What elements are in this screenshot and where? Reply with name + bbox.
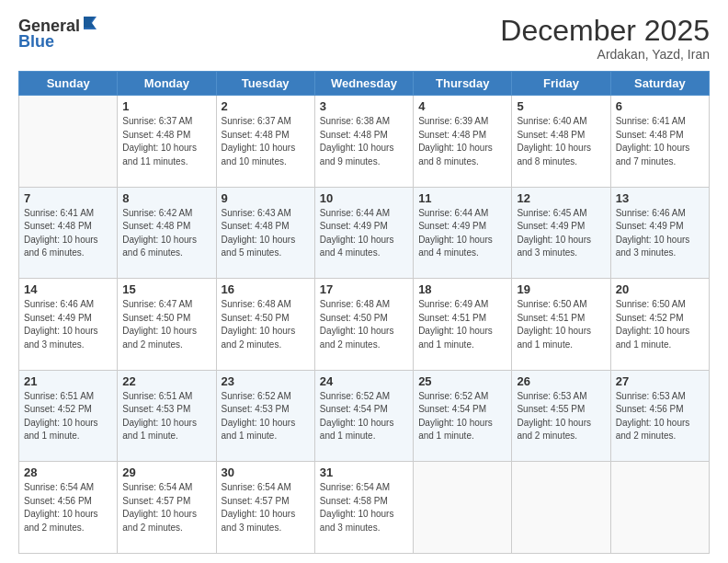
day-info: Sunrise: 6:53 AMSunset: 4:55 PMDaylight:… — [517, 390, 605, 443]
day-header-wednesday: Wednesday — [314, 72, 413, 96]
calendar-cell: 8Sunrise: 6:42 AMSunset: 4:48 PMDaylight… — [118, 187, 216, 279]
calendar-cell: 5Sunrise: 6:40 AMSunset: 4:48 PMDaylight… — [512, 96, 610, 188]
day-info: Sunrise: 6:48 AMSunset: 4:50 PMDaylight:… — [222, 298, 310, 351]
day-number: 6 — [616, 99, 704, 113]
calendar-cell: 11Sunrise: 6:44 AMSunset: 4:49 PMDayligh… — [414, 187, 512, 279]
day-number: 8 — [122, 191, 210, 205]
day-info: Sunrise: 6:48 AMSunset: 4:50 PMDaylight:… — [320, 298, 408, 351]
calendar-cell: 22Sunrise: 6:51 AMSunset: 4:53 PMDayligh… — [118, 370, 216, 462]
day-number: 31 — [320, 465, 408, 479]
calendar-cell: 26Sunrise: 6:53 AMSunset: 4:55 PMDayligh… — [512, 370, 610, 462]
day-info: Sunrise: 6:52 AMSunset: 4:54 PMDaylight:… — [418, 390, 506, 443]
day-number: 5 — [517, 99, 605, 113]
day-info: Sunrise: 6:47 AMSunset: 4:50 PMDaylight:… — [122, 298, 210, 351]
calendar-week-row: 1Sunrise: 6:37 AMSunset: 4:48 PMDaylight… — [19, 96, 710, 188]
calendar-header-row: SundayMondayTuesdayWednesdayThursdayFrid… — [19, 72, 710, 96]
day-number: 27 — [616, 374, 704, 388]
calendar-cell: 12Sunrise: 6:45 AMSunset: 4:49 PMDayligh… — [512, 187, 610, 279]
calendar-cell — [19, 96, 118, 188]
svg-marker-1 — [84, 17, 95, 28]
calendar-cell: 27Sunrise: 6:53 AMSunset: 4:56 PMDayligh… — [610, 370, 709, 462]
day-number: 17 — [320, 282, 408, 296]
calendar-cell: 2Sunrise: 6:37 AMSunset: 4:48 PMDaylight… — [216, 96, 314, 188]
day-info: Sunrise: 6:38 AMSunset: 4:48 PMDaylight:… — [320, 115, 408, 168]
calendar-cell: 3Sunrise: 6:38 AMSunset: 4:48 PMDaylight… — [314, 96, 413, 188]
day-number: 14 — [24, 282, 112, 296]
day-number: 23 — [222, 374, 310, 388]
day-header-thursday: Thursday — [414, 72, 512, 96]
calendar-cell: 18Sunrise: 6:49 AMSunset: 4:51 PMDayligh… — [414, 279, 512, 371]
month-title: December 2025 — [500, 15, 710, 47]
day-info: Sunrise: 6:49 AMSunset: 4:51 PMDaylight:… — [418, 298, 506, 351]
header: General Blue December 2025 Ardakan, Yazd… — [18, 15, 710, 62]
calendar-cell: 23Sunrise: 6:52 AMSunset: 4:53 PMDayligh… — [216, 370, 314, 462]
calendar-cell: 24Sunrise: 6:52 AMSunset: 4:54 PMDayligh… — [314, 370, 413, 462]
day-info: Sunrise: 6:54 AMSunset: 4:57 PMDaylight:… — [222, 481, 310, 534]
calendar-cell: 30Sunrise: 6:54 AMSunset: 4:57 PMDayligh… — [216, 462, 314, 554]
day-number: 16 — [222, 282, 310, 296]
day-number: 10 — [320, 191, 408, 205]
calendar-week-row: 28Sunrise: 6:54 AMSunset: 4:56 PMDayligh… — [19, 462, 710, 554]
day-info: Sunrise: 6:41 AMSunset: 4:48 PMDaylight:… — [24, 207, 112, 260]
day-number: 12 — [517, 191, 605, 205]
day-number: 20 — [616, 282, 704, 296]
day-info: Sunrise: 6:54 AMSunset: 4:58 PMDaylight:… — [320, 481, 408, 534]
day-info: Sunrise: 6:37 AMSunset: 4:48 PMDaylight:… — [122, 115, 210, 168]
day-number: 11 — [418, 191, 506, 205]
day-info: Sunrise: 6:50 AMSunset: 4:52 PMDaylight:… — [616, 298, 704, 351]
calendar-cell: 19Sunrise: 6:50 AMSunset: 4:51 PMDayligh… — [512, 279, 610, 371]
logo: General Blue — [18, 15, 98, 52]
calendar-cell: 7Sunrise: 6:41 AMSunset: 4:48 PMDaylight… — [19, 187, 118, 279]
day-number: 13 — [616, 191, 704, 205]
day-info: Sunrise: 6:44 AMSunset: 4:49 PMDaylight:… — [320, 207, 408, 260]
calendar-cell: 31Sunrise: 6:54 AMSunset: 4:58 PMDayligh… — [314, 462, 413, 554]
page: General Blue December 2025 Ardakan, Yazd… — [0, 0, 728, 563]
location: Ardakan, Yazd, Iran — [500, 47, 710, 62]
calendar-week-row: 7Sunrise: 6:41 AMSunset: 4:48 PMDaylight… — [19, 187, 710, 279]
day-info: Sunrise: 6:54 AMSunset: 4:57 PMDaylight:… — [122, 481, 210, 534]
day-number: 18 — [418, 282, 506, 296]
calendar-cell — [414, 462, 512, 554]
day-info: Sunrise: 6:51 AMSunset: 4:53 PMDaylight:… — [122, 390, 210, 443]
day-number: 22 — [122, 374, 210, 388]
calendar-cell: 21Sunrise: 6:51 AMSunset: 4:52 PMDayligh… — [19, 370, 118, 462]
calendar-cell: 10Sunrise: 6:44 AMSunset: 4:49 PMDayligh… — [314, 187, 413, 279]
calendar-cell: 16Sunrise: 6:48 AMSunset: 4:50 PMDayligh… — [216, 279, 314, 371]
day-header-saturday: Saturday — [610, 72, 709, 96]
title-block: December 2025 Ardakan, Yazd, Iran — [500, 15, 710, 62]
day-number: 19 — [517, 282, 605, 296]
day-number: 2 — [222, 99, 310, 113]
logo-flag-icon — [82, 15, 98, 31]
day-info: Sunrise: 6:42 AMSunset: 4:48 PMDaylight:… — [122, 207, 210, 260]
calendar-cell: 15Sunrise: 6:47 AMSunset: 4:50 PMDayligh… — [118, 279, 216, 371]
calendar-table: SundayMondayTuesdayWednesdayThursdayFrid… — [18, 71, 710, 554]
calendar-cell: 20Sunrise: 6:50 AMSunset: 4:52 PMDayligh… — [610, 279, 709, 371]
day-header-tuesday: Tuesday — [216, 72, 314, 96]
calendar-week-row: 14Sunrise: 6:46 AMSunset: 4:49 PMDayligh… — [19, 279, 710, 371]
day-number: 1 — [122, 99, 210, 113]
day-info: Sunrise: 6:39 AMSunset: 4:48 PMDaylight:… — [418, 115, 506, 168]
day-number: 26 — [517, 374, 605, 388]
logo-blue: Blue — [18, 32, 54, 51]
calendar-week-row: 21Sunrise: 6:51 AMSunset: 4:52 PMDayligh… — [19, 370, 710, 462]
calendar-cell: 17Sunrise: 6:48 AMSunset: 4:50 PMDayligh… — [314, 279, 413, 371]
day-info: Sunrise: 6:40 AMSunset: 4:48 PMDaylight:… — [517, 115, 605, 168]
day-number: 24 — [320, 374, 408, 388]
day-number: 9 — [222, 191, 310, 205]
day-number: 30 — [222, 465, 310, 479]
day-info: Sunrise: 6:37 AMSunset: 4:48 PMDaylight:… — [222, 115, 310, 168]
calendar-cell: 13Sunrise: 6:46 AMSunset: 4:49 PMDayligh… — [610, 187, 709, 279]
day-info: Sunrise: 6:46 AMSunset: 4:49 PMDaylight:… — [24, 298, 112, 351]
day-header-sunday: Sunday — [19, 72, 118, 96]
calendar-cell: 9Sunrise: 6:43 AMSunset: 4:48 PMDaylight… — [216, 187, 314, 279]
day-header-friday: Friday — [512, 72, 610, 96]
day-number: 3 — [320, 99, 408, 113]
calendar-cell — [610, 462, 709, 554]
day-info: Sunrise: 6:54 AMSunset: 4:56 PMDaylight:… — [24, 481, 112, 534]
calendar-cell: 1Sunrise: 6:37 AMSunset: 4:48 PMDaylight… — [118, 96, 216, 188]
calendar-cell: 4Sunrise: 6:39 AMSunset: 4:48 PMDaylight… — [414, 96, 512, 188]
calendar-cell: 29Sunrise: 6:54 AMSunset: 4:57 PMDayligh… — [118, 462, 216, 554]
day-info: Sunrise: 6:53 AMSunset: 4:56 PMDaylight:… — [616, 390, 704, 443]
day-number: 4 — [418, 99, 506, 113]
calendar-cell — [512, 462, 610, 554]
